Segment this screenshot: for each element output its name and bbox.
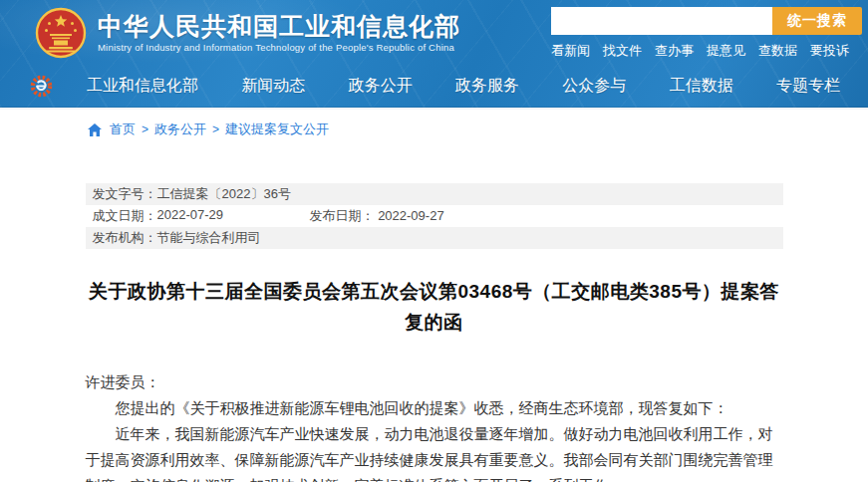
- publish-date-label: 发布日期：: [310, 208, 375, 223]
- search-row: 统一搜索: [551, 7, 862, 35]
- document-content: 发文字号： 工信提案〔2022〕36号 成文日期： 2022-07-29 发布日…: [86, 183, 783, 482]
- site-header: 中华人民共和国工业和信息化部 Ministry of Industry and …: [0, 0, 868, 65]
- quick-link-complaints[interactable]: 要投诉: [810, 42, 849, 60]
- quick-links: 看新闻 找文件 查办事 提意见 查数据 要投诉: [551, 42, 862, 60]
- nav-item-news[interactable]: 新闻动态: [241, 76, 305, 97]
- search-input[interactable]: [551, 7, 772, 35]
- quick-link-services[interactable]: 查办事: [655, 42, 694, 60]
- nav-item-public-participation[interactable]: 公众参与: [562, 76, 626, 97]
- nav-item-gov-openness[interactable]: 政务公开: [349, 76, 413, 97]
- nav-item-miit-data[interactable]: 工信数据: [670, 76, 733, 97]
- meta-row-dates: 成文日期： 2022-07-29 发布日期： 2022-09-27: [86, 205, 783, 227]
- meta-cell-publish-date: 发布日期： 2022-09-27: [310, 207, 444, 225]
- salutation: 许进委员：: [86, 369, 783, 395]
- document-title: 关于政协第十三届全国委员会第五次会议第03468号（工交邮电类385号）提案答复…: [88, 277, 781, 339]
- home-icon[interactable]: [88, 123, 102, 136]
- national-emblem-icon: [35, 7, 87, 59]
- meta-cell-written-date: 成文日期： 2022-07-29: [93, 207, 310, 225]
- brand: 中华人民共和国工业和信息化部 Ministry of Industry and …: [35, 7, 460, 59]
- paragraph-2: 近年来，我国新能源汽车产业快速发展，动力电池退役量逐年增加。做好动力电池回收利用…: [86, 421, 783, 482]
- search-area: 统一搜索 看新闻 找文件 查办事 提意见 查数据 要投诉: [551, 5, 862, 60]
- quick-link-data[interactable]: 查数据: [758, 42, 797, 60]
- document-body: 许进委员： 您提出的《关于积极推进新能源车锂电池回收的提案》收悉，经商生态环境部…: [86, 369, 783, 482]
- nav-items: 工业和信息化部 新闻动态 政务公开 政务服务 公众参与 工信数据 专题专栏: [87, 76, 842, 97]
- doc-number-label: 发文字号：: [93, 185, 157, 203]
- breadcrumb: 首页 > 政务公开 > 建议提案复文公开: [88, 120, 329, 138]
- quick-link-news[interactable]: 看新闻: [551, 42, 590, 60]
- top-banner: 中华人民共和国工业和信息化部 Ministry of Industry and …: [0, 0, 868, 108]
- nav-item-gov-services[interactable]: 政务服务: [455, 76, 519, 97]
- breadcrumb-row: 首页 > 政务公开 > 建议提案复文公开: [0, 108, 868, 149]
- search-button[interactable]: 统一搜索: [772, 7, 862, 35]
- main-nav: 工业和信息化部 新闻动态 政务公开 政务服务 公众参与 工信数据 专题专栏: [0, 65, 868, 108]
- ministry-name-cn: 中华人民共和国工业和信息化部: [98, 12, 460, 40]
- nav-item-miit[interactable]: 工业和信息化部: [87, 76, 198, 97]
- breadcrumb-home[interactable]: 首页: [110, 120, 136, 138]
- doc-number-value: 工信提案〔2022〕36号: [157, 185, 291, 203]
- publisher-label: 发布机构：: [93, 229, 157, 247]
- meta-row-publisher: 发布机构： 节能与综合利用司: [86, 227, 783, 249]
- brand-text: 中华人民共和国工业和信息化部 Ministry of Industry and …: [98, 12, 460, 53]
- breadcrumb-separator: >: [212, 122, 219, 136]
- quick-link-files[interactable]: 找文件: [603, 42, 642, 60]
- breadcrumb-current[interactable]: 建议提案复文公开: [225, 120, 329, 138]
- nav-item-special-columns[interactable]: 专题专栏: [776, 76, 840, 97]
- publisher-value: 节能与综合利用司: [157, 229, 261, 247]
- publish-date-value: 2022-09-27: [378, 208, 444, 223]
- miit-logo-icon: [30, 75, 53, 98]
- breadcrumb-separator: >: [142, 122, 148, 136]
- meta-row-doc-number: 发文字号： 工信提案〔2022〕36号: [86, 183, 783, 205]
- page: 中华人民共和国工业和信息化部 Ministry of Industry and …: [0, 0, 868, 482]
- document-meta: 发文字号： 工信提案〔2022〕36号 成文日期： 2022-07-29 发布日…: [86, 183, 783, 249]
- written-date-value: 2022-07-29: [157, 207, 224, 225]
- paragraph-1: 您提出的《关于积极推进新能源车锂电池回收的提案》收悉，经商生态环境部，现答复如下…: [86, 395, 783, 421]
- quick-link-feedback[interactable]: 提意见: [707, 42, 745, 60]
- breadcrumb-gov-openness[interactable]: 政务公开: [154, 120, 206, 138]
- ministry-name-en: Ministry of Industry and Information Tec…: [98, 42, 460, 53]
- written-date-label: 成文日期：: [93, 207, 157, 225]
